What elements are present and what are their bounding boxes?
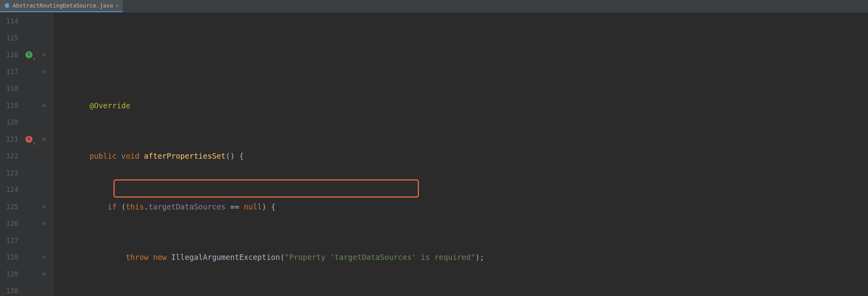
line-number: 120 bbox=[0, 114, 18, 131]
fold-toggle-icon[interactable]: ⊖ bbox=[42, 136, 46, 143]
editor-tab[interactable]: C AbstractRoutingDataSource.java × bbox=[0, 0, 123, 12]
line-number: 129 bbox=[0, 266, 18, 283]
lambda-gutter-icon[interactable]: λ bbox=[25, 136, 33, 143]
highlight-annotation bbox=[113, 179, 419, 198]
line-number: 117 bbox=[0, 63, 18, 81]
fold-toggle-icon[interactable]: ⊖ bbox=[42, 51, 46, 58]
line-number: 123 bbox=[0, 165, 18, 182]
code-line[interactable]: if (this.targetDataSources == null) { bbox=[53, 198, 868, 215]
line-number: 124 bbox=[0, 181, 18, 198]
fold-toggle-icon[interactable]: ⊖ bbox=[42, 203, 46, 210]
java-class-icon: C bbox=[4, 2, 10, 9]
code-line[interactable]: throw new IllegalArgumentException("Prop… bbox=[53, 249, 868, 266]
fold-toggle-icon[interactable]: ⊖ bbox=[42, 271, 46, 278]
tab-bar: C AbstractRoutingDataSource.java × bbox=[0, 0, 868, 13]
line-number: 130 bbox=[0, 283, 18, 296]
svg-text:C: C bbox=[6, 3, 9, 8]
code-line[interactable]: public void afterPropertiesSet() { bbox=[53, 148, 868, 165]
code-editor[interactable]: 114 115 116 117 118 119 120 121 122 123 … bbox=[0, 13, 868, 296]
line-number: 121 bbox=[0, 131, 18, 148]
line-number: 116 bbox=[0, 46, 18, 63]
line-number: 122 bbox=[0, 148, 18, 165]
line-number: 118 bbox=[0, 80, 18, 97]
line-number: 125 bbox=[0, 198, 18, 215]
close-icon[interactable]: × bbox=[115, 2, 119, 9]
code-line[interactable] bbox=[53, 46, 868, 63]
line-number-gutter: 114 115 116 117 118 119 120 121 122 123 … bbox=[0, 13, 24, 296]
gutter-markers: I↑ λ↑ bbox=[24, 13, 35, 296]
line-number: 126 bbox=[0, 215, 18, 232]
override-gutter-icon[interactable]: I bbox=[25, 51, 33, 58]
fold-toggle-icon[interactable]: ⊖ bbox=[42, 220, 46, 227]
fold-toggle-icon[interactable]: ⊖ bbox=[42, 254, 46, 261]
line-number: 127 bbox=[0, 232, 18, 249]
code-line[interactable]: @Override bbox=[53, 97, 868, 114]
line-number: 119 bbox=[0, 97, 18, 114]
line-number: 114 bbox=[0, 13, 18, 30]
line-number: 115 bbox=[0, 30, 18, 47]
tab-filename: AbstractRoutingDataSource.java bbox=[13, 2, 113, 9]
fold-toggle-icon[interactable]: ⊖ bbox=[42, 68, 46, 75]
line-number: 128 bbox=[0, 249, 18, 266]
fold-toggle-icon[interactable]: ⊖ bbox=[42, 102, 46, 109]
fold-column: ⊖ ⊖ ⊖ ⊖ ⊖ ⊖ ⊖ ⊖ bbox=[35, 13, 53, 296]
code-area[interactable]: @Override public void afterPropertiesSet… bbox=[53, 13, 868, 296]
